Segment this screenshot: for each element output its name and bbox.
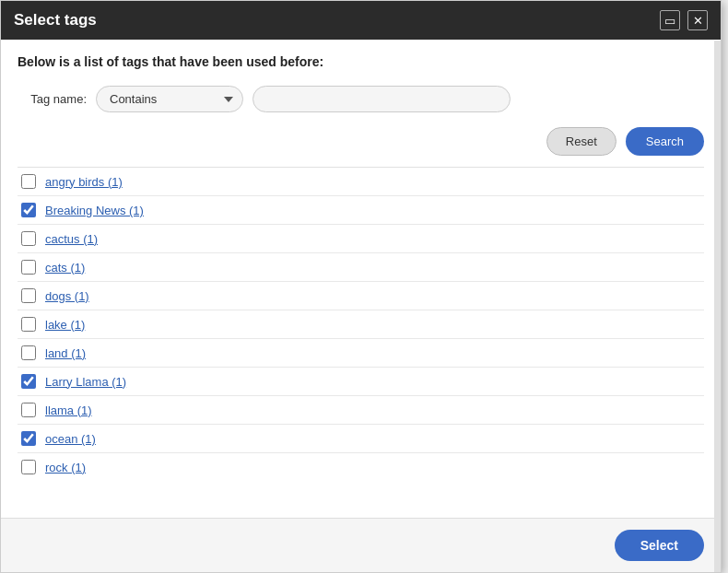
tag-link[interactable]: dogs (1): [45, 289, 89, 303]
tag-link[interactable]: land (1): [45, 346, 86, 360]
tag-link[interactable]: angry birds (1): [45, 175, 123, 189]
tag-checkbox[interactable]: [21, 345, 36, 360]
title-bar: Select tags ▭ ✕: [1, 1, 721, 40]
list-item: ocean (1): [18, 425, 704, 453]
tag-checkbox[interactable]: [21, 231, 36, 246]
tag-link[interactable]: rock (1): [45, 461, 86, 474]
tag-link[interactable]: lake (1): [45, 318, 85, 332]
tag-checkbox[interactable]: [21, 174, 36, 189]
tag-search-input[interactable]: [252, 86, 511, 112]
list-item: lake (1): [18, 310, 704, 339]
list-item: cats (1): [18, 253, 704, 282]
dialog-body: Below is a list of tags that have been u…: [1, 40, 721, 518]
tag-name-label: Tag name:: [18, 92, 87, 106]
tag-link[interactable]: llama (1): [45, 403, 92, 417]
tag-checkbox[interactable]: [21, 317, 36, 332]
list-item: cactus (1): [18, 225, 704, 253]
action-row: Reset Search: [18, 127, 704, 156]
tag-link[interactable]: cactus (1): [45, 232, 98, 246]
tag-link[interactable]: cats (1): [45, 261, 85, 275]
list-item: Breaking News (1): [18, 196, 704, 225]
tag-checkbox[interactable]: [21, 288, 36, 303]
title-bar-buttons: ▭ ✕: [660, 10, 708, 30]
list-item: Larry Llama (1): [18, 368, 704, 396]
modal-wrapper: Select tags ▭ ✕ Below is a list of tags …: [0, 0, 728, 573]
reset-button[interactable]: Reset: [546, 127, 616, 156]
search-button[interactable]: Search: [626, 127, 704, 156]
filter-row: Tag name: ContainsStarts withEnds withEq…: [18, 86, 704, 112]
tag-checkbox[interactable]: [21, 203, 36, 217]
tag-link[interactable]: ocean (1): [45, 432, 96, 446]
list-item: angry birds (1): [18, 168, 704, 196]
minimize-button[interactable]: ▭: [660, 10, 680, 30]
dialog-title: Select tags: [14, 11, 97, 29]
close-button[interactable]: ✕: [687, 10, 708, 30]
list-item: llama (1): [18, 396, 704, 425]
tag-list: angry birds (1)Breaking News (1)cactus (…: [18, 167, 704, 481]
dialog-footer: Select: [1, 518, 721, 572]
list-item: land (1): [18, 339, 704, 368]
tag-checkbox[interactable]: [21, 460, 36, 474]
list-item: rock (1): [18, 453, 704, 481]
content-area: Below is a list of tags that have been u…: [1, 40, 721, 518]
tag-link[interactable]: Larry Llama (1): [45, 375, 126, 389]
tag-link[interactable]: Breaking News (1): [45, 204, 144, 217]
tag-checkbox[interactable]: [21, 403, 36, 417]
list-item: dogs (1): [18, 282, 704, 310]
dialog: Select tags ▭ ✕ Below is a list of tags …: [0, 0, 722, 573]
description-text: Below is a list of tags that have been u…: [18, 54, 704, 69]
tag-checkbox[interactable]: [21, 260, 36, 275]
tag-checkbox[interactable]: [21, 431, 36, 446]
tag-checkbox[interactable]: [21, 374, 36, 389]
contains-select[interactable]: ContainsStarts withEnds withEquals: [96, 86, 243, 112]
select-button[interactable]: Select: [615, 530, 704, 561]
